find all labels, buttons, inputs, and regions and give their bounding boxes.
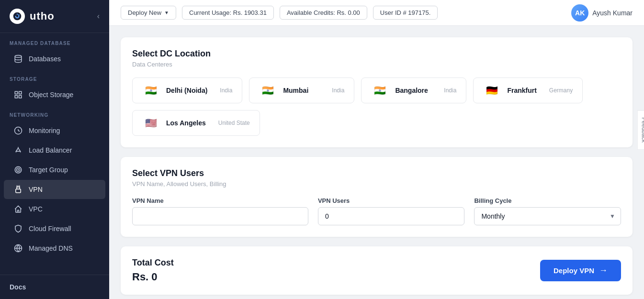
dc-item-frankfurt[interactable]: 🇩🇪 Frankfurt Germany: [473, 78, 583, 103]
username: Ayush Kumar: [592, 9, 633, 17]
sidebar-docs: Docs: [0, 275, 109, 299]
billing-cycle-label: Billing Cycle: [474, 197, 621, 204]
svg-point-0: [13, 12, 22, 21]
vpn-icon: [13, 185, 23, 194]
svg-point-12: [18, 169, 19, 170]
sidebar-item-managed-dns[interactable]: Managed DNS: [4, 239, 105, 258]
main-content: Deploy New ▼ Current Usage: Rs. 1903.31 …: [109, 0, 644, 299]
sidebar-logo: utho ‹: [0, 0, 109, 33]
available-credits-label: Available Credits: Rs. 0.00: [287, 9, 360, 16]
collapse-sidebar-button[interactable]: ‹: [97, 12, 100, 21]
flag-india-bangalore: 🇮🇳: [371, 85, 388, 96]
dc-name-frankfurt: Frankfurt: [507, 87, 536, 94]
svg-line-9: [18, 131, 20, 132]
vpn-users-title: Select VPN Users: [132, 168, 621, 178]
available-credits-button[interactable]: Available Credits: Rs. 0.00: [280, 6, 367, 20]
sidebar-section-networking: NETWORKING Monitoring Load Balancer Targ…: [0, 105, 109, 258]
sidebar-item-label-databases: Databases: [29, 55, 61, 63]
sidebar-section-managed-database: MANAGED DATABASE Databases: [0, 33, 109, 69]
sidebar-item-label-target-group: Target Group: [29, 166, 68, 174]
svg-rect-6: [19, 96, 22, 98]
monitoring-icon: [13, 126, 23, 135]
dc-item-bangalore[interactable]: 🇮🇳 Bangalore India: [361, 78, 466, 103]
flag-germany: 🇩🇪: [483, 85, 500, 96]
topbar: Deploy New ▼ Current Usage: Rs. 1903.31 …: [109, 0, 644, 26]
sidebar-item-label-cloud-firewall: Cloud Firewall: [29, 225, 71, 233]
dc-name-mumbai: Mumbai: [283, 87, 308, 94]
sidebar-item-object-storage[interactable]: Object Storage: [4, 85, 105, 104]
sidebar-item-load-balancer[interactable]: Load Balancer: [4, 141, 105, 160]
firewall-icon: [13, 224, 23, 233]
billing-cycle-select-wrapper: Monthly Yearly ▼: [474, 207, 621, 225]
dc-country-delhi: India: [214, 87, 232, 94]
svg-rect-13: [16, 189, 21, 193]
dc-country-frankfurt: Germany: [543, 87, 573, 94]
sidebar-section-storage: STORAGE Object Storage: [0, 69, 109, 105]
total-cost-label: Total Cost: [132, 258, 174, 268]
dc-location-grid: 🇮🇳 Delhi (Noida) India 🇮🇳 Mumbai India 🇮…: [132, 78, 621, 136]
dc-location-subtitle: Data Centeres: [132, 61, 621, 68]
vpn-users-input[interactable]: [318, 207, 465, 225]
user-id-label: User ID # 197175.: [380, 9, 431, 16]
current-usage-button[interactable]: Current Usage: Rs. 1903.31: [182, 6, 274, 20]
docs-button[interactable]: Docs: [10, 283, 26, 291]
vpc-icon: [13, 204, 23, 214]
dns-icon: [13, 244, 23, 253]
flag-india-mumbai: 🇮🇳: [259, 85, 276, 96]
svg-point-1: [17, 14, 18, 15]
vpn-name-group: VPN Name: [132, 197, 308, 225]
dc-name-delhi: Delhi (Noida): [166, 87, 207, 94]
current-usage-label: Current Usage: Rs. 1903.31: [189, 9, 267, 16]
sidebar-item-vpc[interactable]: VPC: [4, 199, 105, 219]
sidebar-item-target-group[interactable]: Target Group: [4, 160, 105, 179]
feedback-label: Feedback: [641, 117, 644, 143]
section-label-managed-database: MANAGED DATABASE: [0, 33, 109, 49]
vpn-users-subtitle: VPN Name, Allowed Users, Billing: [132, 180, 621, 188]
svg-point-2: [15, 55, 22, 58]
billing-cycle-select[interactable]: Monthly Yearly: [474, 207, 621, 225]
sidebar-item-databases[interactable]: Databases: [4, 49, 105, 68]
sidebar-item-label-monitoring: Monitoring: [29, 127, 60, 134]
dc-country-bangalore: India: [438, 87, 456, 94]
vpn-users-label: VPN Users: [318, 197, 465, 204]
sidebar-item-label-managed-dns: Managed DNS: [29, 244, 73, 252]
dc-location-card: Select DC Location Data Centeres 🇮🇳 Delh…: [121, 37, 633, 147]
sidebar-item-monitoring[interactable]: Monitoring: [4, 121, 105, 140]
dc-item-los-angeles[interactable]: 🇺🇸 Los Angeles United State: [132, 110, 260, 136]
deploy-new-label: Deploy New: [128, 9, 161, 16]
vpn-name-label: VPN Name: [132, 197, 308, 204]
sidebar-item-label-vpn: VPN: [29, 186, 43, 193]
deploy-vpn-button[interactable]: Deploy VPN →: [540, 260, 621, 281]
sidebar-item-cloud-firewall[interactable]: Cloud Firewall: [4, 219, 105, 238]
dc-name-los-angeles: Los Angeles: [166, 119, 206, 127]
total-cost-value: Rs. 0: [132, 271, 174, 283]
svg-rect-3: [15, 91, 17, 94]
vpn-users-group: VPN Users: [318, 197, 465, 225]
vpn-form-row: VPN Name VPN Users Billing Cycle Monthly…: [132, 197, 621, 225]
billing-cycle-group: Billing Cycle Monthly Yearly ▼: [474, 197, 621, 225]
total-cost-info: Total Cost Rs. 0: [132, 258, 174, 283]
dc-item-mumbai[interactable]: 🇮🇳 Mumbai India: [249, 78, 354, 103]
dc-item-delhi[interactable]: 🇮🇳 Delhi (Noida) India: [132, 78, 242, 103]
section-label-storage: STORAGE: [0, 69, 109, 85]
dc-location-title: Select DC Location: [132, 49, 621, 59]
feedback-tab[interactable]: Feedback: [637, 110, 644, 150]
vpn-name-input[interactable]: [132, 207, 308, 225]
avatar: AK: [571, 4, 588, 22]
deploy-new-chevron-icon: ▼: [164, 10, 169, 15]
vpn-users-card: Select VPN Users VPN Name, Allowed Users…: [121, 157, 633, 237]
sidebar-item-label-object-storage: Object Storage: [29, 91, 73, 99]
total-cost-row: Total Cost Rs. 0 Deploy VPN →: [132, 258, 621, 283]
dc-name-bangalore: Bangalore: [395, 87, 428, 94]
deploy-new-button[interactable]: Deploy New ▼: [121, 6, 176, 20]
page-content: Select DC Location Data Centeres 🇮🇳 Delh…: [109, 26, 644, 299]
dc-country-mumbai: India: [326, 87, 344, 94]
svg-rect-5: [15, 96, 17, 98]
sidebar-item-label-vpc: VPC: [29, 205, 43, 213]
topbar-user[interactable]: AK Ayush Kumar: [571, 4, 633, 22]
deploy-vpn-label: Deploy VPN: [554, 266, 594, 275]
user-id-button[interactable]: User ID # 197175.: [373, 6, 438, 20]
sidebar-item-vpn[interactable]: VPN: [4, 180, 105, 199]
flag-us: 🇺🇸: [142, 117, 159, 129]
svg-rect-4: [19, 91, 22, 94]
